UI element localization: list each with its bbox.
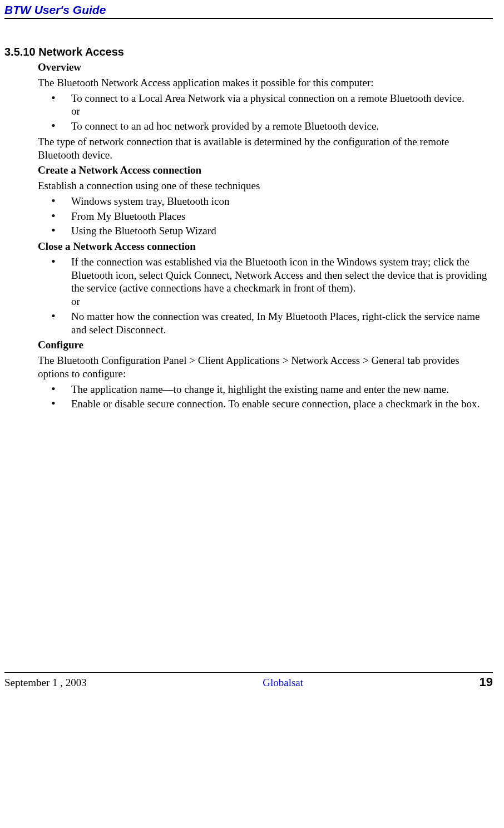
list-item: To connect to a Local Area Network via a… xyxy=(38,92,493,119)
page-number: 19 xyxy=(480,675,493,689)
bullet-text: The application name—to change it, highl… xyxy=(71,383,449,395)
create-bullets: Windows system tray, Bluetooth icon From… xyxy=(38,195,493,238)
bullet-text: Enable or disable secure connection. To … xyxy=(71,398,480,410)
bullet-text: If the connection was established via th… xyxy=(71,256,487,307)
overview-text: The Bluetooth Network Access application… xyxy=(38,76,493,90)
configure-bullets: The application name—to change it, highl… xyxy=(38,383,493,411)
footer-date: September 1 , 2003 xyxy=(4,677,87,689)
close-bullets: If the connection was established via th… xyxy=(38,255,493,337)
create-heading: Create a Network Access connection xyxy=(38,164,493,177)
bullet-text: No matter how the connection was created… xyxy=(71,310,480,336)
list-item: No matter how the connection was created… xyxy=(38,310,493,337)
header-divider xyxy=(4,18,493,19)
list-item: Windows system tray, Bluetooth icon xyxy=(38,195,493,208)
section-heading: 3.5.10 Network Access xyxy=(4,46,493,58)
bullet-text: To connect to a Local Area Network via a… xyxy=(71,92,465,117)
create-text: Establish a connection using one of thes… xyxy=(38,179,493,193)
bullet-text: To connect to an ad hoc network provided… xyxy=(71,120,379,132)
bullet-text: Using the Bluetooth Setup Wizard xyxy=(71,225,216,236)
bullet-text: Windows system tray, Bluetooth icon xyxy=(71,195,230,207)
configure-heading: Configure xyxy=(38,338,493,352)
overview-bullets: To connect to a Local Area Network via a… xyxy=(38,92,493,133)
bullet-text: From My Bluetooth Places xyxy=(71,210,185,222)
close-heading: Close a Network Access connection xyxy=(38,240,493,253)
list-item: If the connection was established via th… xyxy=(38,255,493,308)
overview-heading: Overview xyxy=(38,61,493,74)
footer-divider xyxy=(4,672,493,673)
list-item: From My Bluetooth Places xyxy=(38,210,493,223)
list-item: The application name—to change it, highl… xyxy=(38,383,493,396)
list-item: To connect to an ad hoc network provided… xyxy=(38,120,493,133)
list-item: Enable or disable secure connection. To … xyxy=(38,397,493,411)
footer-company: Globalsat xyxy=(263,677,303,689)
document-title: BTW User's Guide xyxy=(4,3,493,18)
overview-footer-text: The type of network connection that is a… xyxy=(38,135,493,162)
configure-text: The Bluetooth Configuration Panel > Clie… xyxy=(38,354,493,381)
list-item: Using the Bluetooth Setup Wizard xyxy=(38,224,493,238)
